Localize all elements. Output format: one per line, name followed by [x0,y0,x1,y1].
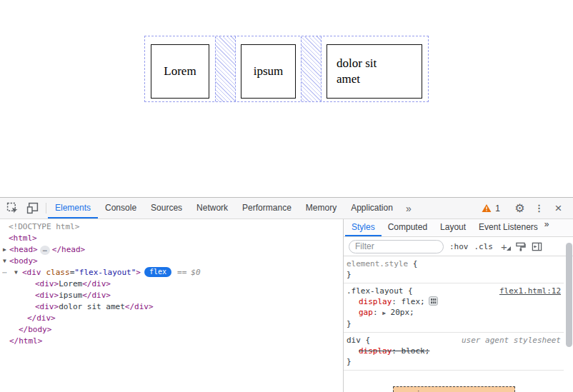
collapse-arrow-icon[interactable]: ▼ [14,267,18,278]
dollar-zero-ref: $0 [191,268,200,277]
elements-tree: <!DOCTYPE html> <html> ▶<head>…</head> ▼… [0,219,344,392]
tab-console[interactable]: Console [98,198,144,218]
selector[interactable]: element.style [347,259,408,268]
flex-item-label: ipsum [254,64,284,79]
tree-node-html-close[interactable]: </html> [0,336,343,347]
tab-sources[interactable]: Sources [144,198,189,218]
stylesheet-origin-label: user agent stylesheet [462,335,561,346]
more-tabs-icon[interactable]: » [400,198,417,218]
styles-toolbar: :hov .cls + [344,237,573,256]
tree-node-body-close[interactable]: </body> [0,324,343,336]
tree-node-child-div[interactable]: <div>Lorem</div> [0,278,343,290]
scrollbar-thumb[interactable] [566,243,572,347]
more-sidebar-tabs-icon[interactable]: » [544,219,549,236]
devtools-toolbar: Elements Console Sources Network Perform… [0,198,573,219]
tree-node-body-open[interactable]: ▼<body> [0,256,343,267]
close-devtools-icon[interactable]: × [549,201,568,216]
toggle-sidebar-icon[interactable] [532,241,542,252]
brush-icon[interactable] [515,241,526,252]
flex-container-overlay: Lorem ipsum dolor sit amet [144,36,429,102]
settings-gear-icon[interactable]: ⚙ [510,201,529,215]
tree-node-doctype[interactable]: <!DOCTYPE html> [0,221,343,233]
declaration-gap[interactable]: gap: ▶ 20px; [347,307,562,318]
tab-layout[interactable]: Layout [434,219,472,236]
toggle-element-state-button[interactable]: :hov [449,242,469,251]
devtools-window: Elements Console Sources Network Perform… [0,197,573,392]
style-rules-list: element.style { } flex1.html:12.flex-lay… [344,256,573,392]
tab-computed[interactable]: Computed [382,219,434,236]
styles-sidebar: Styles Computed Layout Event Listeners »… [344,219,573,392]
styles-scrollbar[interactable] [564,237,573,392]
issues-counter[interactable]: 1 [475,203,507,213]
tree-node-child-div[interactable]: <div>dolor sit amet</div> [0,301,343,313]
devtools-menu-icon[interactable]: ⋮ [529,203,549,213]
flex-item-label: Lorem [164,64,196,79]
sidebar-tab-bar: Styles Computed Layout Event Listeners » [344,219,573,237]
flex-item-dolor: dolor sit amet [327,44,422,99]
device-toolbar-icon[interactable] [26,202,39,214]
new-style-rule-button[interactable]: + [499,241,509,253]
selector[interactable]: div [347,336,361,345]
tree-node-head[interactable]: ▶<head>…</head> [0,244,343,256]
rule-div-user-agent[interactable]: user agent stylesheetdiv { display: bloc… [344,333,564,371]
tab-performance[interactable]: Performance [235,198,299,218]
tree-node-html-open[interactable]: <html> [0,233,343,244]
tab-event-listeners[interactable]: Event Listeners [472,219,544,236]
flex-item-lorem: Lorem [151,44,209,99]
warning-icon [482,203,492,213]
node-options-icon[interactable]: ⋯ [2,267,7,278]
stylesheet-source-link[interactable]: flex1.html:12 [499,286,561,296]
toolbar-divider [46,203,46,213]
tab-memory[interactable]: Memory [299,198,344,218]
devtools-tab-bar: Elements Console Sources Network Perform… [48,198,417,218]
inspect-element-icon[interactable] [6,202,19,214]
tab-elements[interactable]: Elements [48,198,98,218]
tree-node-div-close[interactable]: </div> [0,313,343,324]
styles-filter-input[interactable] [349,240,444,253]
flex-badge[interactable]: flex [144,267,171,277]
flex-editor-icon[interactable] [429,296,438,306]
tab-network[interactable]: Network [189,198,235,218]
collapse-arrow-icon[interactable]: ▼ [3,256,6,267]
rule-element-style[interactable]: element.style { } [344,256,564,283]
flex-gap-hatch [215,36,236,101]
tree-node-child-div[interactable]: <div>ipsum</div> [0,290,343,301]
tree-node-flex-layout-div[interactable]: ⋯▼<divclass="flex-layout">flex==$0 [0,267,343,278]
rule-flex-layout[interactable]: flex1.html:12.flex-layout { display: fle… [344,283,564,333]
tab-application[interactable]: Application [344,198,400,218]
issues-count: 1 [495,203,500,213]
flex-gap-hatch [301,36,322,101]
declaration-display-flex[interactable]: display: flex; [347,296,562,307]
collapsed-content-ellipsis[interactable]: … [40,246,50,255]
flex-item-label: dolor sit amet [337,56,392,87]
rendered-page: Lorem ipsum dolor sit amet [0,0,573,197]
selector[interactable]: .flex-layout [347,286,403,296]
tab-styles[interactable]: Styles [345,219,382,236]
box-model-margin[interactable]: margin [393,386,515,392]
declaration-display-block-overridden[interactable]: display: block; [347,346,562,356]
expand-arrow-icon[interactable]: ▶ [3,244,6,256]
element-classes-button[interactable]: .cls [474,242,494,251]
flex-item-ipsum: ipsum [241,44,296,99]
